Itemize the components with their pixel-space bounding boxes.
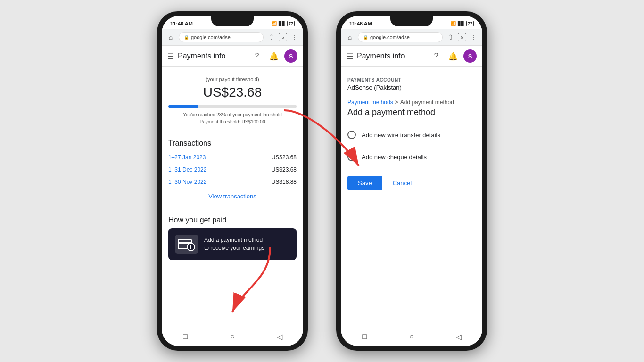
status-time-2: 11:46 AM: [349, 21, 372, 26]
bottom-nav-1: □ ○ ◁: [162, 327, 303, 346]
browser-bar-1: ⌂ 🔒 google.com/adse ⇧ 5 ⋮: [162, 29, 303, 46]
payout-label: (your payout threshold): [168, 76, 297, 82]
tab-count-1[interactable]: 5: [279, 33, 287, 41]
transaction-amount-3: US$18.88: [272, 179, 297, 185]
transaction-date-3[interactable]: 1–30 Nov 2022: [168, 179, 206, 185]
add-payment-card-icon: [175, 235, 198, 254]
more-icon-2[interactable]: ⋮: [469, 33, 478, 41]
payments-account-section: PAYMENTS ACCOUNT AdSense (Pakistan): [347, 73, 476, 95]
url-text-2: google.com/adse: [370, 34, 410, 40]
battery-icon: 77: [287, 21, 295, 26]
browser-actions-2: ⇧ 5 ⋮: [446, 33, 478, 41]
hamburger-icon-1[interactable]: ☰: [167, 52, 174, 61]
payment-option-wire[interactable]: Add new wire transfer details: [347, 124, 476, 146]
breadcrumb: Payment methods > Add payment method: [347, 95, 476, 107]
header-icons-1: ? 🔔 S: [250, 49, 297, 63]
nav-back-2[interactable]: ◁: [451, 332, 466, 341]
progress-bar-fill: [168, 105, 198, 108]
transaction-date-2[interactable]: 1–31 Dec 2022: [168, 166, 206, 173]
table-row: 1–27 Jan 2023 US$23.68: [168, 151, 297, 164]
nav-circle-2[interactable]: ○: [404, 332, 419, 341]
payment-card-line2: to receive your earnings: [204, 244, 264, 252]
status-icons-1: 📶 ▊▊ 77: [272, 21, 295, 26]
app-header-2: ☰ Payments info ? 🔔 S: [341, 46, 482, 67]
how-paid-section: How you get paid: [168, 205, 297, 265]
transaction-date-1[interactable]: 1–27 Jan 2023: [168, 154, 206, 161]
bell-icon-2[interactable]: 🔔: [446, 49, 460, 63]
transaction-amount-1: US$23.68: [272, 154, 297, 161]
progress-line1: You've reached 23% of your payment thres…: [168, 111, 297, 118]
nav-back-1[interactable]: ◁: [272, 332, 287, 341]
status-icons-2: 📶 ▊▊ 77: [451, 21, 474, 26]
how-paid-title: How you get paid: [168, 216, 297, 224]
progress-line2: Payment threshold: US$100.00: [168, 118, 297, 125]
action-buttons: Save Cancel: [347, 168, 476, 198]
payment-card[interactable]: Add a payment method to receive your ear…: [168, 228, 297, 260]
transactions-section: Transactions 1–27 Jan 2023 US$23.68 1–31…: [168, 139, 297, 205]
payment-card-text: Add a payment method to receive your ear…: [204, 236, 264, 252]
payments-account-value: AdSense (Pakistan): [347, 84, 476, 91]
app-header-1: ☰ Payments info ? 🔔 S: [162, 46, 303, 67]
sim-icon-2: 📶: [451, 21, 456, 26]
url-bar-1[interactable]: 🔒 google.com/adse: [179, 32, 264, 42]
help-icon-2[interactable]: ?: [429, 49, 443, 63]
share-icon[interactable]: ⇧: [267, 33, 276, 41]
notch: [211, 16, 254, 26]
share-icon-2[interactable]: ⇧: [446, 33, 455, 41]
app-title-1: Payments info: [178, 52, 247, 60]
transaction-amount-2: US$23.68: [272, 166, 297, 173]
lock-icon-2: 🔒: [363, 35, 368, 40]
app-content-1: (your payout threshold) US$23.68 You've …: [162, 67, 303, 327]
payment-option-cheque[interactable]: Add new cheque details: [347, 146, 476, 168]
wire-transfer-label: Add new wire transfer details: [362, 132, 440, 139]
table-row: 1–30 Nov 2022 US$18.88: [168, 176, 297, 188]
progress-bar-container: [168, 105, 297, 108]
payments-account-label: PAYMENTS ACCOUNT: [347, 77, 476, 82]
progress-text: You've reached 23% of your payment thres…: [168, 111, 297, 125]
nav-circle-1[interactable]: ○: [225, 332, 240, 341]
home-icon-2[interactable]: ⌂: [346, 33, 354, 41]
notch-2: [390, 16, 433, 26]
avatar-2[interactable]: S: [463, 49, 477, 63]
table-row: 1–31 Dec 2022 US$23.68: [168, 164, 297, 176]
url-text-1: google.com/adse: [191, 34, 231, 40]
radio-cheque[interactable]: [347, 153, 356, 161]
transactions-title: Transactions: [168, 139, 297, 148]
app-content-2: PAYMENTS ACCOUNT AdSense (Pakistan) Paym…: [341, 67, 482, 327]
add-payment-title: Add a payment method: [347, 107, 476, 117]
breadcrumb-current: Add payment method: [400, 99, 454, 106]
home-icon[interactable]: ⌂: [166, 33, 175, 41]
bottom-nav-2: □ ○ ◁: [341, 327, 482, 346]
header-icons-2: ? 🔔 S: [429, 49, 477, 63]
signal-icon-2: ▊▊: [458, 21, 464, 26]
payment-card-line1: Add a payment method: [204, 236, 264, 244]
balance-amount: US$23.68: [168, 85, 297, 100]
avatar-1[interactable]: S: [284, 49, 297, 63]
status-time-1: 11:46 AM: [170, 21, 193, 26]
radio-wire[interactable]: [347, 131, 356, 139]
lock-icon: 🔒: [184, 35, 189, 40]
phone-2: 11:46 AM 📶 ▊▊ 77 ⌂ 🔒 google.com/adse: [336, 11, 487, 351]
signal-icon: ▊▊: [279, 21, 285, 26]
phone-1: 11:46 AM 📶 ▊▊ 77 ⌂ 🔒 google.com/adse: [157, 11, 308, 351]
url-bar-2[interactable]: 🔒 google.com/adse: [358, 32, 443, 42]
view-transactions-container: View transactions: [168, 188, 297, 205]
nav-square-1[interactable]: □: [178, 332, 193, 341]
cheque-label: Add new cheque details: [362, 154, 427, 161]
breadcrumb-parent[interactable]: Payment methods: [347, 99, 393, 106]
nav-square-2[interactable]: □: [357, 332, 372, 341]
sim-icon: 📶: [272, 21, 277, 26]
cancel-button[interactable]: Cancel: [388, 176, 416, 190]
view-transactions-link[interactable]: View transactions: [208, 193, 256, 200]
breadcrumb-separator: >: [395, 99, 398, 106]
balance-section: (your payout threshold) US$23.68 You've …: [168, 73, 297, 132]
more-icon[interactable]: ⋮: [290, 33, 298, 41]
browser-actions-1: ⇧ 5 ⋮: [267, 33, 298, 41]
tab-count-2[interactable]: 5: [458, 33, 466, 41]
hamburger-icon-2[interactable]: ☰: [347, 52, 353, 61]
bell-icon-1[interactable]: 🔔: [267, 49, 281, 63]
save-button[interactable]: Save: [347, 176, 382, 190]
browser-bar-2: ⌂ 🔒 google.com/adse ⇧ 5 ⋮: [341, 29, 482, 46]
help-icon-1[interactable]: ?: [250, 49, 264, 63]
battery-icon-2: 77: [466, 21, 474, 26]
